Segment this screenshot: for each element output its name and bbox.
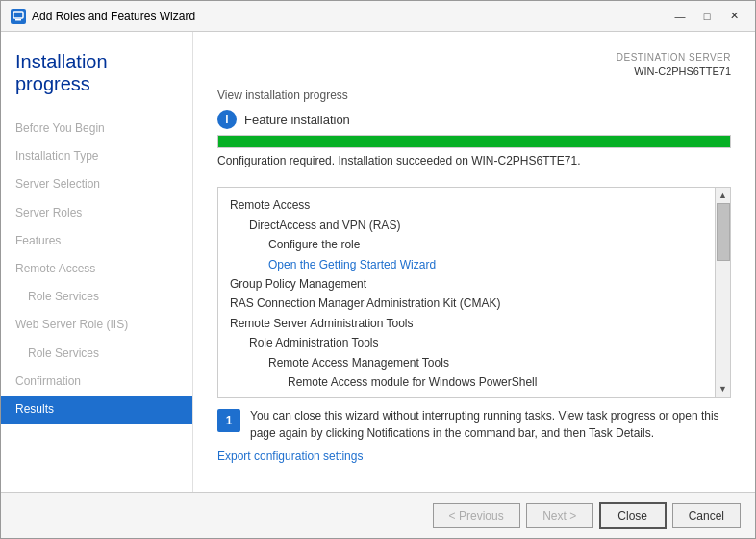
- scroll-track: [716, 203, 730, 381]
- svg-rect-0: [13, 12, 23, 18]
- result-getting-started: Open the Getting Started Wizard: [230, 255, 703, 274]
- footer: < Previous Next > Close Cancel: [1, 492, 755, 538]
- result-group-policy: Group Policy Management: [230, 274, 703, 294]
- notif-badge: 1: [217, 409, 240, 432]
- result-directaccess: DirectAccess and VPN (RAS): [230, 216, 703, 235]
- sidebar-item-before-you-begin[interactable]: Before You Begin: [1, 115, 192, 142]
- result-role-admin: Role Administration Tools: [230, 333, 703, 352]
- next-button[interactable]: Next >: [526, 503, 593, 528]
- main-panel: DESTINATION SERVER WIN-C2PHS6TTE71 View …: [193, 32, 755, 492]
- sidebar-item-role-services-1[interactable]: Role Services: [1, 283, 192, 311]
- getting-started-link[interactable]: Open the Getting Started Wizard: [268, 258, 436, 271]
- feature-label: Feature installation: [244, 113, 350, 127]
- close-button[interactable]: Close: [599, 502, 667, 529]
- titlebar-left: Add Roles and Features Wizard: [11, 9, 195, 24]
- sidebar-item-results[interactable]: Results: [1, 396, 192, 424]
- dest-server-name: WIN-C2PHS6TTE71: [217, 64, 731, 79]
- titlebar-title: Add Roles and Features Wizard: [32, 10, 195, 23]
- wizard-window: Add Roles and Features Wizard — □ ✕ Inst…: [0, 0, 756, 539]
- results-box: Remote Access DirectAccess and VPN (RAS)…: [217, 187, 731, 398]
- wizard-body: Installation progress Before You Begin I…: [1, 32, 755, 492]
- export-link[interactable]: Export configuration settings: [217, 449, 731, 463]
- results-scrollbar: ▲ ▼: [715, 188, 730, 397]
- progress-section: i Feature installation Configuration req…: [217, 110, 731, 177]
- maximize-button[interactable]: □: [695, 7, 718, 26]
- sidebar: Installation progress Before You Begin I…: [1, 32, 193, 492]
- result-remote-access: Remote Access: [230, 195, 703, 215]
- sidebar-item-installation-type[interactable]: Installation Type: [1, 142, 192, 170]
- result-ra-mgmt-tools: Remote Access Management Tools: [230, 353, 703, 372]
- notif-text: You can close this wizard without interr…: [250, 407, 731, 442]
- feature-row: i Feature installation: [217, 110, 731, 129]
- result-rsat: Remote Server Administration Tools: [230, 314, 703, 333]
- wizard-icon: [11, 9, 26, 24]
- sidebar-item-web-server-role[interactable]: Web Server Role (IIS): [1, 311, 192, 339]
- sidebar-item-server-selection[interactable]: Server Selection: [1, 170, 192, 198]
- result-ra-gui: Remote Access GUI and Command-Line Tools: [230, 392, 703, 397]
- sidebar-heading: Installation progress: [1, 41, 192, 115]
- result-configure: Configure the role: [230, 235, 703, 254]
- minimize-button[interactable]: —: [668, 7, 692, 26]
- scroll-up-button[interactable]: ▲: [716, 188, 730, 203]
- scroll-thumb[interactable]: [717, 203, 730, 261]
- titlebar-close-button[interactable]: ✕: [722, 7, 745, 26]
- sidebar-item-remote-access[interactable]: Remote Access: [1, 255, 192, 283]
- sidebar-item-features[interactable]: Features: [1, 227, 192, 255]
- svg-rect-1: [15, 19, 21, 21]
- titlebar-controls: — □ ✕: [668, 7, 745, 26]
- dest-server-label: DESTINATION SERVER: [217, 51, 731, 64]
- progress-status: Configuration required. Installation suc…: [217, 154, 731, 167]
- info-icon: i: [217, 110, 237, 129]
- cancel-button[interactable]: Cancel: [672, 503, 741, 528]
- scroll-down-button[interactable]: ▼: [716, 381, 730, 397]
- progress-bar-container: [217, 135, 731, 148]
- results-content: Remote Access DirectAccess and VPN (RAS)…: [218, 188, 715, 397]
- sidebar-item-server-roles[interactable]: Server Roles: [1, 199, 192, 227]
- result-ra-powershell: Remote Access module for Windows PowerSh…: [230, 372, 703, 392]
- view-label: View installation progress: [217, 89, 731, 102]
- result-ras-cmak: RAS Connection Manager Administration Ki…: [230, 294, 703, 313]
- notification-row: 1 You can close this wizard without inte…: [217, 407, 731, 442]
- previous-button[interactable]: < Previous: [433, 503, 520, 528]
- sidebar-item-role-services-2[interactable]: Role Services: [1, 340, 192, 368]
- progress-bar-fill: [218, 136, 730, 147]
- sidebar-item-confirmation[interactable]: Confirmation: [1, 368, 192, 396]
- dest-server-info: DESTINATION SERVER WIN-C2PHS6TTE71: [217, 51, 731, 79]
- titlebar: Add Roles and Features Wizard — □ ✕: [1, 1, 755, 32]
